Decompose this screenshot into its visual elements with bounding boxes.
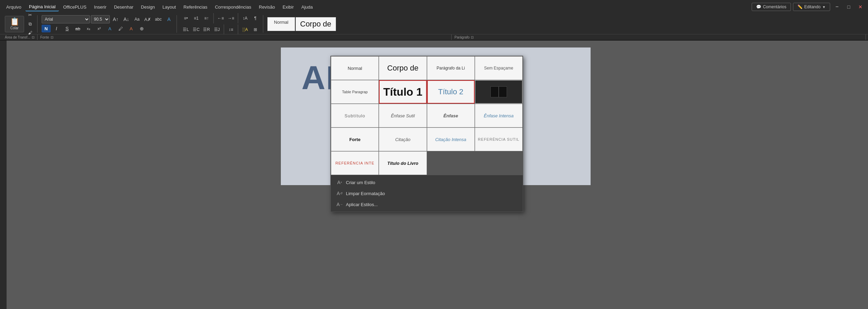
increase-indent-button[interactable]: →≡	[226, 14, 236, 22]
highlight-button[interactable]: 🖊	[116, 24, 125, 33]
sort-button[interactable]: ↕A	[240, 14, 250, 22]
vertical-ruler	[0, 41, 7, 309]
font-size-select[interactable]: 90.5	[91, 15, 110, 23]
criar-estilo-action[interactable]: A+ Criar um Estilo	[334, 177, 520, 188]
criar-icon: A+	[336, 179, 343, 186]
area-transferencia-label: Área de Transf... ⊡	[2, 34, 38, 40]
font-bg-button[interactable]: A	[126, 24, 136, 33]
aplicar-icon: A→	[336, 201, 343, 208]
clipboard-section: 📋 Colar ✂ ⧉ 🖌	[3, 15, 38, 33]
style-cell-table[interactable]: Table Paragrap	[331, 80, 379, 104]
aplicar-estilos-action[interactable]: A→ Aplicar Estilos...	[334, 199, 520, 210]
menu-desenhar[interactable]: Desenhar	[110, 3, 137, 11]
style-cell-titulo2[interactable]: Título 2	[427, 80, 475, 104]
style-cell-citacao-intensa[interactable]: Citação Intensa	[427, 128, 475, 151]
abc-button[interactable]: abc	[154, 15, 163, 23]
style-cell-citacao[interactable]: Citação	[379, 128, 426, 151]
menu-design[interactable]: Design	[138, 3, 158, 11]
bullets-button[interactable]: ≡•	[181, 14, 191, 22]
style-cell-enfase-intensa[interactable]: Ênfase Intensa	[475, 104, 522, 127]
style-cell-forte[interactable]: Forte	[331, 128, 379, 151]
align-center-button[interactable]: ☰C	[191, 25, 201, 34]
comment-icon: 💬	[756, 4, 761, 9]
style-cell-enfase-sutil[interactable]: Ênfase Sutil	[379, 104, 426, 127]
shading-button[interactable]: ░A	[240, 25, 250, 34]
numbering-button[interactable]: ≡1	[191, 14, 201, 22]
limpar-formatacao-action[interactable]: A↺ Limpar Eormatação	[334, 188, 520, 199]
font-color-button[interactable]: A	[105, 24, 115, 33]
show-formatting-button[interactable]: ¶	[251, 14, 260, 22]
menubar-right: 💬 Comentários ✏️ Editando ▼ − □ ✕	[752, 3, 865, 11]
style-cell-corpo[interactable]: Corpo de	[379, 56, 426, 80]
edit-icon: ✏️	[797, 4, 803, 9]
expand-paragrafo-icon[interactable]: ⊡	[471, 35, 474, 39]
dark-box-1	[490, 86, 499, 97]
menu-arquivo[interactable]: Arquivo	[3, 3, 25, 11]
paste-icon: 📋	[10, 18, 19, 25]
menu-revisao[interactable]: Revisão	[255, 3, 278, 11]
change-case-button[interactable]: Aa	[132, 15, 142, 23]
menu-referencias[interactable]: Referências	[180, 3, 211, 11]
paste-button[interactable]: 📋 Colar	[5, 16, 24, 32]
style-cell-normal[interactable]: Normal	[331, 56, 379, 80]
normal-style-button[interactable]: N	[42, 25, 51, 32]
borders-button[interactable]: ⊞	[251, 25, 260, 34]
style-cell-titulo1[interactable]: Título 1	[379, 80, 426, 104]
superscript-button[interactable]: x²	[94, 24, 104, 33]
line-spacing-button[interactable]: ↕≡	[226, 25, 236, 34]
align-left-button[interactable]: ☰L	[181, 25, 191, 34]
style-normal-preview[interactable]: Normal	[267, 17, 295, 31]
justify-button[interactable]: ☰J	[212, 25, 222, 34]
font-shrink-button[interactable]: A↓	[121, 15, 131, 23]
maximize-button[interactable]: □	[844, 3, 854, 11]
close-button[interactable]: ✕	[856, 3, 865, 11]
menu-exibir[interactable]: Exibir	[279, 3, 297, 11]
expand-clipboard-icon[interactable]: ⊡	[32, 35, 34, 39]
menu-correspondencias[interactable]: Correspondências	[211, 3, 255, 11]
style-cell-darkbox[interactable]	[475, 80, 522, 104]
editing-button[interactable]: ✏️ Editando ▼	[793, 3, 830, 11]
style-corpo-preview[interactable]: Corpo de	[296, 17, 336, 31]
italic-button[interactable]: I	[52, 24, 61, 33]
underline-button[interactable]: S	[62, 24, 72, 33]
limpar-icon: A↺	[336, 190, 343, 197]
paragrafo-label: Parágrafo ⊡	[452, 34, 866, 40]
app-container: Arquivo Página Inicial OfficePLUS Inseri…	[0, 0, 868, 309]
menu-officeplus[interactable]: OfficePLUS	[60, 3, 90, 11]
style-cell-ref-inte[interactable]: REFERÊNCIA INTE	[331, 151, 379, 175]
fonte-label: Fonte ⊡	[38, 34, 452, 40]
cut-button[interactable]: ✂	[25, 11, 34, 19]
style-cell-subtitulo[interactable]: Subtítulo	[331, 104, 379, 127]
comments-button[interactable]: 💬 Comentários	[752, 3, 791, 11]
font-grow-button[interactable]: A↑	[111, 15, 120, 23]
menu-layout[interactable]: Layout	[159, 3, 179, 11]
menubar: Arquivo Página Inicial OfficePLUS Inseri…	[0, 0, 868, 14]
align-right-button[interactable]: ☰R	[202, 25, 211, 34]
styles-dropdown-panel: Normal Corpo de Parágrafo da Li Sem Espa…	[330, 56, 523, 212]
chevron-down-icon: ▼	[822, 5, 826, 9]
subscript-button[interactable]: x₂	[84, 24, 93, 33]
font-a-button[interactable]: A	[164, 15, 174, 23]
style-cell-enfase[interactable]: Ênfase	[427, 104, 475, 127]
menu-inserir[interactable]: Inserir	[91, 3, 110, 11]
font-family-select[interactable]: Arial	[42, 15, 90, 23]
minimize-button[interactable]: −	[832, 3, 842, 11]
ribbon-section-labels: Área de Transf... ⊡ Fonte ⊡ Parágrafo ⊡	[0, 34, 868, 41]
menu-ajuda[interactable]: Ajuda	[298, 3, 316, 11]
paragraph-section: ≡• ≡1 ≡↑ ←≡ →≡ ↕A ¶ ☰L ☰C ☰R ☰J ↕≡ ░A ⊞	[178, 15, 263, 33]
expand-fonte-icon[interactable]: ⊡	[51, 35, 53, 39]
para-mark-button[interactable]: ⊕	[137, 24, 147, 33]
strikethrough-button[interactable]: ab	[73, 24, 83, 33]
clear-format-button[interactable]: A✗	[143, 15, 152, 23]
styles-grid: Normal Corpo de Parágrafo da Li Sem Espa…	[331, 56, 523, 175]
style-cell-semespaco[interactable]: Sem Espaçame	[475, 56, 522, 80]
style-cell-paragrafo[interactable]: Parágrafo da Li	[427, 56, 475, 80]
copy-button[interactable]: ⧉	[25, 20, 34, 28]
decrease-indent-button[interactable]: ←≡	[216, 14, 225, 22]
multilevel-list-button[interactable]: ≡↑	[202, 14, 211, 22]
styles-actions: A+ Criar um Estilo A↺ Limpar Eormatação …	[331, 175, 523, 212]
style-cell-ref-sutil[interactable]: REFERÊNCIA SUTIL	[475, 128, 522, 151]
style-cell-titulo-livro[interactable]: Título do Livro	[379, 151, 426, 175]
font-section: Arial 90.5 A↑ A↓ Aa A✗ abc A N I S ab x₂…	[39, 15, 177, 33]
menu-pagina-inicial[interactable]: Página Inicial	[25, 3, 59, 11]
